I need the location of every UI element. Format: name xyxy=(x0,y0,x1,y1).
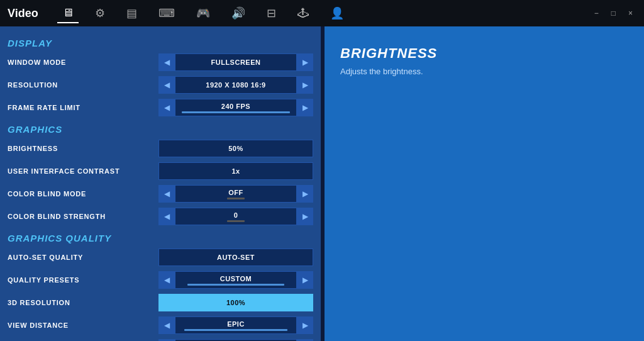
color-blind-mode-left-arrow[interactable]: ◀ xyxy=(158,185,175,203)
maximize-button[interactable]: □ xyxy=(608,8,619,19)
view-distance-left-arrow[interactable]: ◀ xyxy=(158,316,175,334)
color-blind-strength-row: COLOR BLIND STRENGTH ◀ 0 ▶ xyxy=(0,205,321,228)
display-section-header: DISPLAY xyxy=(0,33,321,51)
ui-contrast-value: 1x xyxy=(158,162,313,180)
controller-nav-icon[interactable]: 🎮 xyxy=(191,4,215,23)
frame-rate-control: ◀ 240 FPS ▶ xyxy=(158,99,313,116)
color-blind-strength-value: 0 xyxy=(175,208,297,225)
quality-presets-label: QUALITY PRESETS xyxy=(8,276,158,284)
color-blind-strength-control: ◀ 0 ▶ xyxy=(158,208,313,225)
frame-rate-value: 240 FPS xyxy=(175,99,297,116)
resolution-label: RESOLUTION xyxy=(8,81,158,89)
resolution-control: ◀ 1920 X 1080 16:9 ▶ xyxy=(158,76,313,94)
audio-nav-icon[interactable]: 🔊 xyxy=(226,4,250,23)
quality-presets-control: ◀ CUSTOM ▶ xyxy=(158,271,313,289)
ui-contrast-row: USER INTERFACE CONTRAST 1x xyxy=(0,160,321,182)
quality-presets-value: CUSTOM xyxy=(175,271,297,289)
3d-resolution-label: 3D RESOLUTION xyxy=(8,299,158,306)
info-panel-title: BRIGHTNESS xyxy=(340,45,628,62)
network-nav-icon[interactable]: ⊟ xyxy=(262,4,281,23)
ui-contrast-label: USER INTERFACE CONTRAST xyxy=(8,167,158,175)
display-nav-icon[interactable]: ▤ xyxy=(121,4,142,23)
window-mode-right-arrow[interactable]: ▶ xyxy=(297,53,313,71)
shadows-row: SHADOWS ◀ OFF ▶ xyxy=(0,337,321,341)
user-nav-icon[interactable]: 👤 xyxy=(325,4,349,23)
window-controls: − □ × xyxy=(591,8,636,19)
color-blind-strength-label: COLOR BLIND STRENGTH xyxy=(8,213,158,220)
color-blind-mode-row: COLOR BLIND MODE ◀ OFF ▶ xyxy=(0,182,321,205)
resolution-right-arrow[interactable]: ▶ xyxy=(297,76,313,94)
brightness-row: BRIGHTNESS 50% xyxy=(0,137,321,160)
view-distance-label: VIEW DISTANCE xyxy=(8,321,158,329)
resolution-row: RESOLUTION ◀ 1920 X 1080 16:9 ▶ xyxy=(0,74,321,96)
color-blind-strength-left-arrow[interactable]: ◀ xyxy=(158,208,175,225)
quality-presets-left-arrow[interactable]: ◀ xyxy=(158,271,175,289)
color-blind-mode-right-arrow[interactable]: ▶ xyxy=(297,185,313,203)
window-mode-left-arrow[interactable]: ◀ xyxy=(158,53,175,71)
frame-rate-right-arrow[interactable]: ▶ xyxy=(297,99,313,116)
quality-presets-right-arrow[interactable]: ▶ xyxy=(297,271,313,289)
frame-rate-label: FRAME RATE LIMIT xyxy=(8,104,158,111)
resolution-left-arrow[interactable]: ◀ xyxy=(158,76,175,94)
nav-icons: 🖥 ⚙ ▤ ⌨ 🎮 🔊 ⊟ 🕹 👤 xyxy=(57,4,349,23)
window-mode-value: FULLSCREEN xyxy=(175,53,297,71)
brightness-control: 50% xyxy=(158,140,313,157)
auto-set-quality-label: AUTO-SET QUALITY xyxy=(8,254,158,261)
graphics-quality-section-header: GRAPHICS QUALITY xyxy=(0,228,321,246)
auto-set-quality-row: AUTO-SET QUALITY AUTO-SET xyxy=(0,246,321,269)
window-mode-label: WINDOW MODE xyxy=(8,59,158,66)
minimize-button[interactable]: − xyxy=(591,8,602,19)
3d-resolution-row: 3D RESOLUTION 100% xyxy=(0,291,321,314)
view-distance-right-arrow[interactable]: ▶ xyxy=(297,316,313,334)
window-mode-row: WINDOW MODE ◀ FULLSCREEN ▶ xyxy=(0,51,321,74)
keyboard-nav-icon[interactable]: ⌨ xyxy=(153,4,180,23)
resolution-value: 1920 X 1080 16:9 xyxy=(175,76,297,94)
view-distance-value: EPIC xyxy=(175,316,297,334)
auto-set-quality-control: AUTO-SET xyxy=(158,249,313,266)
brightness-value: 50% xyxy=(158,140,313,157)
right-panel: BRIGHTNESS Adjusts the brightness. xyxy=(325,26,644,341)
color-blind-mode-label: COLOR BLIND MODE xyxy=(8,190,158,198)
info-panel-description: Adjusts the brightness. xyxy=(340,67,628,76)
monitor-nav-icon[interactable]: 🖥 xyxy=(57,4,79,23)
graphics-section-header: GRAPHICS xyxy=(0,119,321,137)
view-distance-row: VIEW DISTANCE ◀ EPIC ▶ xyxy=(0,314,321,337)
3d-resolution-value: 100% xyxy=(158,294,313,311)
ui-contrast-control: 1x xyxy=(158,162,313,180)
settings-nav-icon[interactable]: ⚙ xyxy=(90,4,110,23)
left-panel: DISPLAY WINDOW MODE ◀ FULLSCREEN ▶ RESOL… xyxy=(0,26,321,341)
view-distance-control: ◀ EPIC ▶ xyxy=(158,316,313,334)
3d-resolution-control: 100% xyxy=(158,294,313,311)
main-container: DISPLAY WINDOW MODE ◀ FULLSCREEN ▶ RESOL… xyxy=(0,26,644,341)
frame-rate-left-arrow[interactable]: ◀ xyxy=(158,99,175,116)
title-bar: Video 🖥 ⚙ ▤ ⌨ 🎮 🔊 ⊟ 🕹 👤 − □ × xyxy=(0,0,644,26)
color-blind-mode-value: OFF xyxy=(175,185,297,203)
close-button[interactable]: × xyxy=(625,8,636,19)
quality-presets-row: QUALITY PRESETS ◀ CUSTOM ▶ xyxy=(0,269,321,291)
page-title: Video xyxy=(8,7,38,20)
frame-rate-row: FRAME RATE LIMIT ◀ 240 FPS ▶ xyxy=(0,96,321,119)
gamepad-nav-icon[interactable]: 🕹 xyxy=(292,4,314,23)
auto-set-quality-value: AUTO-SET xyxy=(158,249,313,266)
color-blind-strength-right-arrow[interactable]: ▶ xyxy=(297,208,313,225)
window-mode-control: ◀ FULLSCREEN ▶ xyxy=(158,53,313,71)
color-blind-mode-control: ◀ OFF ▶ xyxy=(158,185,313,203)
brightness-label: BRIGHTNESS xyxy=(8,145,158,152)
